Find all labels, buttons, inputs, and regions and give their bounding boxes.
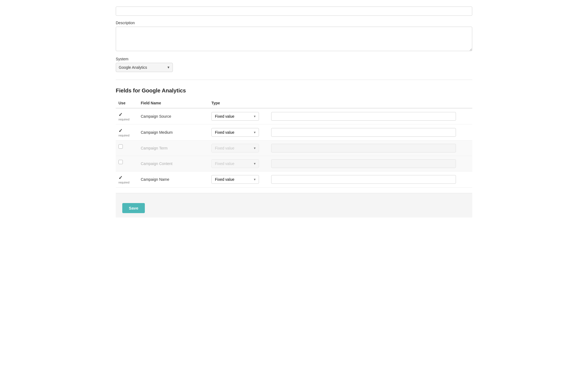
section-divider <box>116 80 472 80</box>
required-label: required <box>118 118 129 121</box>
fields-table: Use Field Name Type ✓requiredCampaign So… <box>116 99 472 188</box>
system-select[interactable]: Google Analytics Google Analytics 4 Adob… <box>116 63 173 72</box>
required-label: required <box>118 181 129 184</box>
use-cell: ✓required <box>116 124 137 141</box>
type-select[interactable]: Fixed valueURL parameterLookup tableJava… <box>211 144 259 152</box>
save-button[interactable]: Save <box>122 203 145 213</box>
use-cell: ✓required <box>116 108 137 124</box>
field-name-cell: Campaign Medium <box>137 124 208 141</box>
table-row: ✓requiredCampaign SourceFixed valueURL p… <box>116 108 472 124</box>
fields-table-body: ✓requiredCampaign SourceFixed valueURL p… <box>116 108 472 188</box>
type-cell: Fixed valueURL parameterLookup tableJava… <box>208 141 268 156</box>
type-cell: Fixed valueURL parameterLookup tableJava… <box>208 172 268 188</box>
description-field-group: Description <box>116 21 472 52</box>
value-cell <box>268 172 472 188</box>
system-label: System <box>116 57 472 61</box>
type-cell: Fixed valueURL parameterLookup tableJava… <box>208 108 268 124</box>
table-row: ✓requiredCampaign NameFixed valueURL par… <box>116 172 472 188</box>
type-select-wrapper: Fixed valueURL parameterLookup tableJava… <box>211 175 259 184</box>
type-select[interactable]: Fixed valueURL parameterLookup tableJava… <box>211 112 259 121</box>
type-select-wrapper: Fixed valueURL parameterLookup tableJava… <box>211 144 259 152</box>
page-wrapper: Link Tracking Profile 1 Description Syst… <box>109 0 479 228</box>
type-select-wrapper: Fixed valueURL parameterLookup tableJava… <box>211 128 259 137</box>
required-label: required <box>118 134 129 137</box>
name-field-group: Link Tracking Profile 1 <box>116 7 472 16</box>
field-name-cell: Campaign Content <box>137 156 208 172</box>
checkbox-unchecked[interactable] <box>118 160 123 164</box>
col-field-name: Field Name <box>137 99 208 108</box>
check-icon: ✓ <box>118 112 123 117</box>
type-select-wrapper: Fixed valueURL parameterLookup tableJava… <box>211 112 259 121</box>
fields-section: Fields for Google Analytics Use Field Na… <box>116 88 472 188</box>
use-cell <box>116 141 137 156</box>
check-icon: ✓ <box>118 128 123 133</box>
value-input[interactable] <box>271 112 456 121</box>
system-field-group: System Google Analytics Google Analytics… <box>116 57 472 72</box>
use-cell: ✓required <box>116 172 137 188</box>
table-row: Campaign TermFixed valueURL parameterLoo… <box>116 141 472 156</box>
field-name-cell: Campaign Source <box>137 108 208 124</box>
value-cell <box>268 156 472 172</box>
system-select-wrapper: Google Analytics Google Analytics 4 Adob… <box>116 63 173 72</box>
type-select[interactable]: Fixed valueURL parameterLookup tableJava… <box>211 128 259 137</box>
checkbox-unchecked[interactable] <box>118 144 123 149</box>
value-cell <box>268 124 472 141</box>
value-cell <box>268 108 472 124</box>
type-cell: Fixed valueURL parameterLookup tableJava… <box>208 156 268 172</box>
col-type: Type <box>208 99 268 108</box>
type-select[interactable]: Fixed valueURL parameterLookup tableJava… <box>211 175 259 184</box>
description-textarea[interactable] <box>116 27 472 51</box>
value-input[interactable] <box>271 128 456 137</box>
type-cell: Fixed valueURL parameterLookup tableJava… <box>208 124 268 141</box>
table-row: Campaign ContentFixed valueURL parameter… <box>116 156 472 172</box>
check-icon: ✓ <box>118 175 123 180</box>
field-name-cell: Campaign Term <box>137 141 208 156</box>
col-use: Use <box>116 99 137 108</box>
fields-section-title: Fields for Google Analytics <box>116 88 472 94</box>
type-select-wrapper: Fixed valueURL parameterLookup tableJava… <box>211 159 259 168</box>
type-select[interactable]: Fixed valueURL parameterLookup tableJava… <box>211 159 259 168</box>
description-label: Description <box>116 21 472 25</box>
value-input <box>271 144 456 152</box>
value-input <box>271 159 456 168</box>
col-value <box>268 99 472 108</box>
value-cell <box>268 141 472 156</box>
table-row: ✓requiredCampaign MediumFixed valueURL p… <box>116 124 472 141</box>
bottom-bar: Save <box>116 193 472 217</box>
name-input[interactable]: Link Tracking Profile 1 <box>116 7 472 16</box>
use-cell <box>116 156 137 172</box>
fields-table-header: Use Field Name Type <box>116 99 472 108</box>
value-input[interactable] <box>271 175 456 184</box>
field-name-cell: Campaign Name <box>137 172 208 188</box>
